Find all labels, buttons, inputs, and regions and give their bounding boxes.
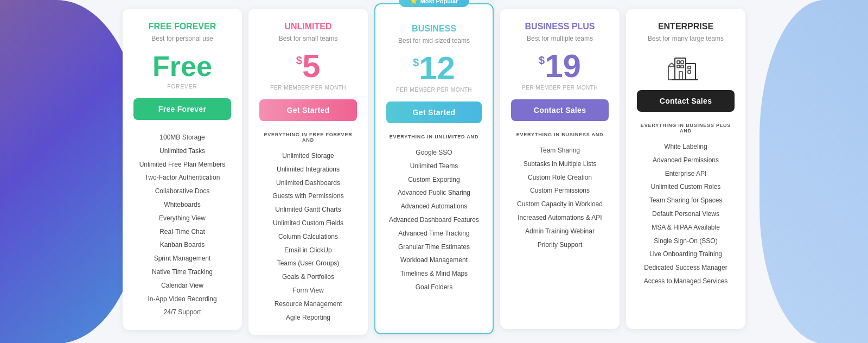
svg-rect-7	[688, 71, 691, 73]
plan-subtitle-business-plus: Best for multiple teams	[527, 35, 593, 42]
feature-item: Agile Reporting	[259, 311, 357, 325]
svg-line-11	[668, 63, 672, 66]
svg-rect-10	[668, 66, 675, 80]
features-section-enterprise: EVERYTHING IN BUSINESS PLUS ANDWhite Lab…	[637, 123, 735, 288]
pricing-container: FREE FOREVERBest for personal useFreeFOR…	[0, 0, 868, 343]
plan-price-label-free: FOREVER	[167, 84, 197, 90]
feature-item: Custom Exporting	[386, 173, 482, 187]
feature-item: In-App Video Recording	[133, 293, 231, 306]
feature-item: Advanced Permissions	[637, 154, 735, 167]
svg-rect-2	[677, 61, 680, 63]
feature-item: Unlimited Dashboards	[259, 176, 357, 190]
feature-item: Column Calculations	[259, 230, 357, 244]
price-dollar-unlimited: $	[296, 54, 302, 67]
features-section-business-plus: EVERYTHING IN BUSINESS ANDTeam SharingSu…	[511, 132, 609, 251]
feature-item: Custom Capacity in Workload	[511, 198, 609, 211]
feature-item: Advanced Public Sharing	[386, 186, 482, 200]
features-header-unlimited: EVERYTHING IN FREE FOREVER AND	[259, 132, 357, 143]
feature-item: Unlimited Integrations	[259, 163, 357, 176]
feature-item: Priority Support	[511, 238, 609, 252]
feature-item: Real-Time Chat	[133, 225, 231, 239]
plan-card-unlimited: UNLIMITEDBest for small teams $ 5 PER ME…	[248, 9, 368, 335]
price-amount-business-plus: 19	[545, 50, 581, 82]
svg-rect-5	[681, 65, 684, 68]
feature-item: Calendar View	[133, 279, 231, 293]
plan-button-enterprise[interactable]: Contact Sales	[637, 90, 735, 112]
plan-card-business: ⭐ Most Popular BUSINESSBest for mid-size…	[374, 3, 494, 334]
star-icon: ⭐	[410, 0, 418, 4]
svg-rect-3	[681, 61, 684, 63]
most-popular-label: Most Popular	[420, 0, 458, 4]
plan-card-enterprise: ENTERPRISEBest for many large teams Cont…	[626, 9, 745, 329]
plan-card-free: FREE FOREVERBest for personal useFreeFOR…	[123, 9, 242, 330]
price-dollar-business-plus: $	[539, 54, 545, 67]
feature-item: Native Time Tracking	[133, 265, 231, 279]
feature-item: 24/7 Support	[133, 306, 231, 319]
feature-item: Two-Factor Authentication	[133, 171, 231, 185]
price-per-business-plus: PER MEMBER PER MONTH	[522, 85, 598, 91]
price-dollar-business: $	[413, 56, 419, 69]
feature-item: Workload Management	[386, 253, 482, 267]
feature-item: Default Personal Views	[637, 207, 735, 221]
plan-price-unlimited: $ 5	[296, 50, 321, 82]
plan-price-business: $ 12	[413, 52, 455, 85]
plan-subtitle-unlimited: Best for small teams	[279, 35, 338, 42]
feature-item: Timelines & Mind Maps	[386, 267, 482, 281]
feature-item: Increased Automations & API	[511, 211, 609, 225]
svg-rect-8	[679, 72, 682, 80]
feature-item: White Labeling	[637, 140, 735, 154]
feature-item: Unlimited Custom Roles	[637, 180, 735, 194]
feature-item: Admin Training Webinar	[511, 225, 609, 238]
feature-item: Access to Managed Services	[637, 275, 735, 288]
feature-item: Unlimited Teams	[386, 160, 482, 173]
feature-item: Goal Folders	[386, 281, 482, 294]
plan-button-unlimited[interactable]: Get Started	[259, 99, 357, 121]
feature-item: Unlimited Custom Fields	[259, 217, 357, 230]
plan-name-free: FREE FOREVER	[149, 22, 216, 31]
feature-item: Whiteboards	[133, 198, 231, 212]
feature-item: Collaborative Docs	[133, 185, 231, 198]
plan-button-business[interactable]: Get Started	[386, 101, 482, 123]
plan-subtitle-enterprise: Best for many large teams	[648, 35, 724, 42]
features-header-business-plus: EVERYTHING IN BUSINESS AND	[511, 132, 609, 137]
feature-item: Enterprise API	[637, 167, 735, 181]
feature-item: Resource Management	[259, 297, 357, 311]
feature-item: Team Sharing	[511, 144, 609, 157]
feature-item: Advanced Automations	[386, 200, 482, 213]
plan-button-free[interactable]: Free Forever	[133, 98, 231, 120]
feature-item: Unlimited Gantt Charts	[259, 203, 357, 217]
feature-item: Custom Role Creation	[511, 171, 609, 185]
features-section-free: 100MB StorageUnlimited TasksUnlimited Fr…	[133, 131, 231, 319]
feature-item: Kanban Boards	[133, 238, 231, 252]
feature-item: Custom Permissions	[511, 184, 609, 198]
svg-rect-4	[677, 65, 680, 68]
price-per-business: PER MEMBER PER MONTH	[396, 87, 472, 93]
feature-item: Email in ClickUp	[259, 244, 357, 257]
feature-item: Unlimited Tasks	[133, 144, 231, 158]
feature-item: Teams (User Groups)	[259, 257, 357, 270]
plan-card-business-plus: BUSINESS PLUSBest for multiple teams $ 1…	[500, 9, 620, 329]
plan-subtitle-business: Best for mid-sized teams	[398, 37, 470, 45]
feature-item: Subtasks in Multiple Lists	[511, 157, 609, 171]
svg-rect-0	[675, 58, 686, 80]
feature-item: 100MB Storage	[133, 131, 231, 144]
plan-button-business-plus[interactable]: Contact Sales	[511, 99, 609, 121]
feature-item: Sprint Management	[133, 252, 231, 265]
feature-item: MSA & HIPAA Available	[637, 221, 735, 234]
price-amount-unlimited: 5	[302, 50, 320, 82]
feature-item: Dedicated Success Manager	[637, 261, 735, 275]
feature-item: Single Sign-On (SSO)	[637, 234, 735, 248]
feature-item: Advanced Time Tracking	[386, 227, 482, 240]
most-popular-badge: ⭐ Most Popular	[399, 0, 469, 7]
feature-item: Live Onboarding Training	[637, 247, 735, 261]
plan-name-enterprise: ENTERPRISE	[658, 22, 713, 31]
features-section-business: EVERYTHING IN UNLIMITED ANDGoogle SSOUnl…	[386, 134, 482, 294]
svg-rect-6	[688, 66, 691, 69]
feature-item: Unlimited Storage	[259, 149, 357, 163]
feature-item: Guests with Permissions	[259, 189, 357, 203]
plan-subtitle-free: Best for personal use	[151, 35, 213, 42]
plan-price-business-plus: $ 19	[539, 50, 581, 82]
price-per-unlimited: PER MEMBER PER MONTH	[270, 85, 346, 91]
plan-name-business: BUSINESS	[412, 24, 456, 34]
features-header-enterprise: EVERYTHING IN BUSINESS PLUS AND	[637, 123, 735, 134]
